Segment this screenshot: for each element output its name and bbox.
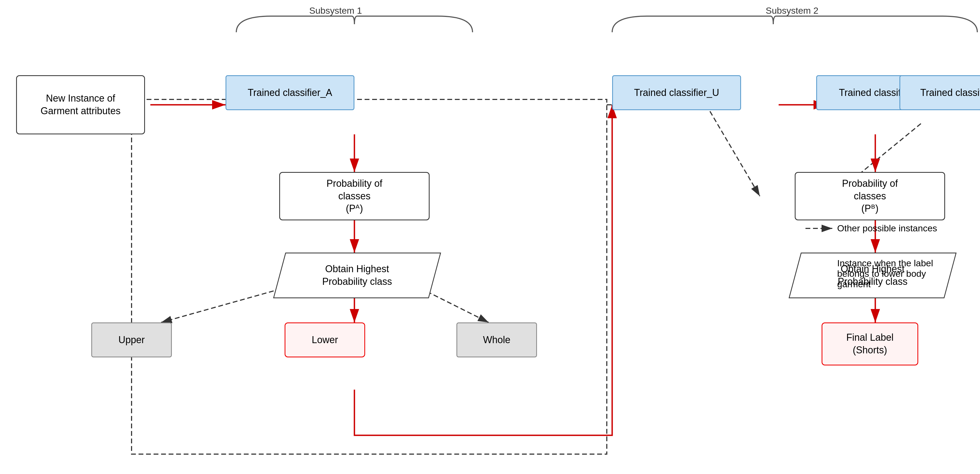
prob-b-node: Probability of classes (Pᴮ) (795, 172, 945, 220)
subsystem1-label: Subsystem 1 (282, 5, 389, 16)
prob-a-node: Probability of classes (Pᴬ) (279, 172, 430, 220)
legend-red: Instance when the label belongs to lower… (800, 258, 933, 289)
subsystem2-label: Subsystem 2 (738, 5, 846, 16)
svg-line-9 (706, 105, 760, 196)
diagram-container: Subsystem 1 Subsystem 2 New Instance of … (0, 0, 980, 474)
lower-node: Lower (285, 322, 365, 357)
whole-node: Whole (457, 322, 537, 357)
legend-dashed: Other possible instances (800, 223, 937, 233)
classifier-w-node: Trained classifier_W (899, 75, 980, 110)
classifier-u-node: Trained classifier_U (612, 75, 741, 110)
upper-node: Upper (91, 322, 172, 357)
arrows-svg (0, 0, 980, 474)
classifier-a-node: Trained classifier_A (226, 75, 355, 110)
legend-dashed-label: Other possible instances (837, 223, 937, 233)
new-instance-node: New Instance of Garment attributes (16, 75, 145, 134)
legend-red-label: Instance when the label belongs to lower… (837, 258, 933, 289)
obtain-a-node: Obtain Highest Probability class (273, 252, 441, 298)
final-label-node: Final Label (Shorts) (822, 322, 918, 365)
